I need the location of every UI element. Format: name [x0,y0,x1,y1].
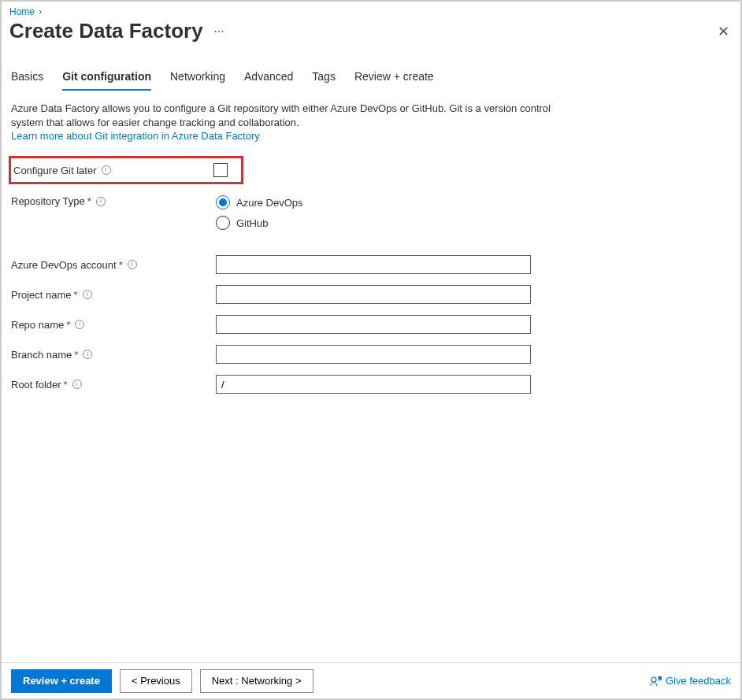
breadcrumb: Home › [2,2,740,19]
breadcrumb-home-link[interactable]: Home [9,6,35,17]
configure-git-later-label: Configure Git later [13,165,97,176]
branch-name-input[interactable] [216,345,531,364]
feedback-label: Give feedback [666,675,731,687]
required-indicator: * [74,349,78,361]
required-indicator: * [66,319,70,331]
radio-icon [216,216,230,230]
azure-devops-account-label: Azure DevOps account [11,259,117,271]
info-icon[interactable]: i [102,165,111,175]
repo-name-input[interactable] [216,315,531,334]
root-folder-input[interactable] [216,375,531,394]
required-indicator: * [119,259,123,271]
header: Create Data Factory ··· ✕ [2,19,740,43]
project-name-label: Project name [11,289,72,301]
radio-azure-devops[interactable]: Azure DevOps [216,195,303,209]
azure-devops-account-input[interactable] [216,255,531,274]
learn-more-link[interactable]: Learn more about Git integration in Azur… [11,130,260,142]
feedback-icon [650,675,662,687]
previous-button[interactable]: < Previous [120,669,192,693]
info-icon[interactable]: i [96,197,106,206]
next-button[interactable]: Next : Networking > [200,669,313,693]
radio-label: GitHub [236,217,268,229]
radio-icon [216,195,230,209]
repository-type-label: Repository Type [11,195,85,207]
radio-label: Azure DevOps [236,197,303,209]
chevron-right-icon: › [39,6,42,17]
root-folder-label: Root folder [11,379,61,391]
tab-basics[interactable]: Basics [11,67,43,91]
info-icon[interactable]: i [83,290,92,299]
tab-tags[interactable]: Tags [312,67,336,91]
repo-name-label: Repo name [11,319,64,331]
tab-networking[interactable]: Networking [170,67,225,91]
project-name-input[interactable] [216,285,531,304]
radio-github[interactable]: GitHub [216,216,303,230]
tab-advanced[interactable]: Advanced [244,67,293,91]
close-button[interactable]: ✕ [718,23,729,40]
svg-point-0 [651,677,656,682]
configure-git-later-checkbox[interactable] [213,163,228,177]
form-area: Configure Git later i Repository Type * … [11,156,731,394]
more-actions-button[interactable]: ··· [213,24,224,38]
info-icon[interactable]: i [83,350,92,359]
required-indicator: * [74,289,78,301]
configure-git-later-highlight: Configure Git later i [9,156,243,184]
branch-name-label: Branch name [11,349,72,361]
required-indicator: * [64,379,68,391]
page-title: Create Data Factory [9,19,203,43]
review-create-button[interactable]: Review + create [11,669,112,693]
give-feedback-link[interactable]: Give feedback [650,675,731,687]
info-icon[interactable]: i [72,380,82,389]
required-indicator: * [87,195,91,207]
info-icon[interactable]: i [128,260,137,269]
footer: Review + create < Previous Next : Networ… [2,662,740,698]
tab-git-configuration[interactable]: Git configuration [62,67,151,91]
tabs: Basics Git configuration Networking Adva… [2,43,740,91]
description-text: Azure Data Factory allows you to configu… [11,102,578,130]
info-icon[interactable]: i [75,320,84,329]
tab-review-create[interactable]: Review + create [354,67,434,91]
content: Azure Data Factory allows you to configu… [2,91,740,394]
